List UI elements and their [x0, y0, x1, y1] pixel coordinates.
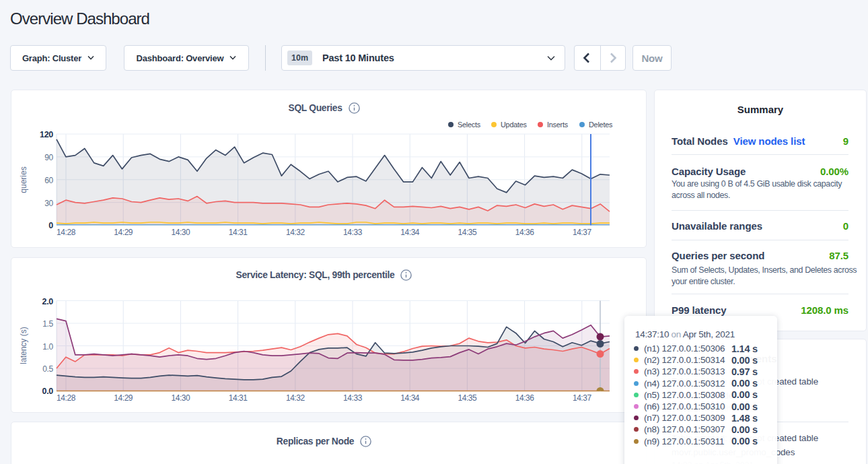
svg-text:14:34: 14:34	[400, 393, 420, 403]
svg-text:14:35: 14:35	[458, 393, 478, 403]
svg-text:90: 90	[44, 153, 53, 162]
svg-text:14:31: 14:31	[229, 393, 248, 403]
svg-text:14:30: 14:30	[172, 393, 191, 403]
svg-text:14:33: 14:33	[343, 228, 363, 237]
svg-text:1.5: 1.5	[42, 319, 53, 329]
svg-text:14:36: 14:36	[515, 228, 535, 237]
svg-text:14:32: 14:32	[286, 228, 305, 237]
svg-text:0.5: 0.5	[42, 364, 53, 374]
svg-text:14:30: 14:30	[172, 228, 191, 237]
svg-text:14:37: 14:37	[573, 393, 592, 403]
svg-text:0.0: 0.0	[42, 387, 54, 396]
svg-text:14:28: 14:28	[57, 393, 76, 403]
svg-text:0: 0	[48, 221, 53, 230]
svg-text:60: 60	[44, 176, 53, 185]
svg-text:30: 30	[44, 199, 53, 208]
svg-text:14:29: 14:29	[114, 228, 133, 237]
svg-text:14:32: 14:32	[286, 393, 305, 403]
svg-text:14:34: 14:34	[400, 228, 420, 237]
svg-text:14:36: 14:36	[515, 393, 535, 403]
svg-text:14:31: 14:31	[229, 228, 248, 237]
svg-text:14:29: 14:29	[114, 393, 133, 403]
svg-text:14:28: 14:28	[57, 228, 76, 237]
svg-text:2.0: 2.0	[42, 297, 54, 306]
svg-text:120: 120	[40, 130, 53, 139]
svg-text:1.0: 1.0	[42, 342, 53, 352]
svg-text:14:33: 14:33	[343, 393, 363, 403]
svg-text:14:35: 14:35	[458, 228, 478, 237]
svg-text:latency (s): latency (s)	[19, 327, 28, 364]
svg-text:queries: queries	[19, 166, 28, 193]
svg-text:14:37: 14:37	[573, 228, 592, 237]
